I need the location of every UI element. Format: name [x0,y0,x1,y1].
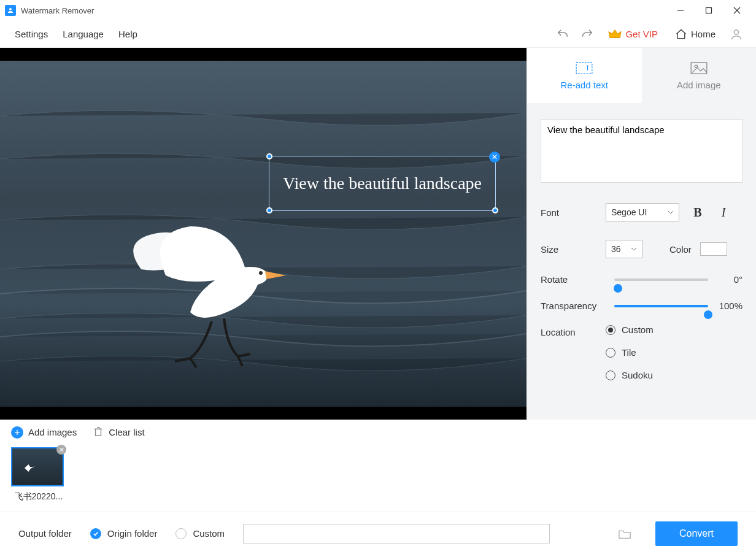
right-panel: T Re-add text Add image Font Segoe UI B … [526,48,756,420]
bird-image [104,202,288,386]
resize-handle-br[interactable] [492,207,498,213]
resize-handle-tl[interactable] [266,153,272,159]
italic-button[interactable]: I [716,206,731,220]
menu-bar: Settings Language Help Get VIP Home [0,21,756,48]
text-overlay-box[interactable]: ✕ View the beautiful landscape [269,156,496,211]
custom-folder-radio[interactable]: Custom [176,528,225,539]
image-icon [690,61,708,75]
get-vip-label: Get VIP [625,29,658,39]
folder-icon [618,528,631,540]
output-folder-label: Output folder [18,528,72,539]
browse-folder-button[interactable] [612,524,637,544]
svg-rect-11 [96,429,101,436]
svg-rect-9 [691,62,707,73]
size-label: Size [541,244,606,255]
tab-readd-text[interactable]: T Re-add text [527,48,642,103]
origin-folder-radio[interactable]: Origin folder [90,528,158,539]
svg-point-4 [734,29,738,34]
crown-icon [608,28,622,41]
overlay-close-button[interactable]: ✕ [489,152,500,163]
thumbnail-image[interactable]: ✕ [11,447,64,486]
svg-text:T: T [581,64,585,72]
font-label: Font [541,207,606,218]
image-canvas[interactable]: ✕ View the beautiful landscape [0,61,526,407]
tab-add-image[interactable]: Add image [642,48,757,103]
location-tile-radio[interactable]: Tile [606,347,654,358]
maximize-button[interactable] [695,1,723,20]
thumbnail-strip: + Add images Clear list ✕ 飞书20220... [0,420,756,512]
overlay-text: View the beautiful landscape [283,174,482,193]
thumbnail-item[interactable]: ✕ 飞书20220... [11,447,66,502]
canvas-area[interactable]: ✕ View the beautiful landscape [0,48,526,420]
home-label: Home [691,29,716,39]
transparency-slider[interactable] [614,305,708,307]
app-logo-icon [5,5,16,16]
svg-rect-7 [576,62,592,73]
location-label: Location [541,325,606,380]
output-path-input[interactable] [243,524,550,544]
minimize-button[interactable] [666,1,695,20]
rotate-slider[interactable] [614,278,708,281]
svg-rect-1 [706,8,712,13]
bottom-bar: Output folder Origin folder Custom Conve… [0,512,756,555]
plus-icon: + [11,426,23,439]
text-icon: T [575,61,593,75]
chevron-down-icon [631,244,637,254]
svg-point-6 [259,271,263,275]
menu-help[interactable]: Help [111,25,145,43]
radio-icon [176,528,187,539]
color-label: Color [669,244,700,255]
redo-button[interactable] [575,22,600,47]
title-bar: Watermark Remover [0,0,756,21]
bold-button[interactable]: B [690,206,705,220]
undo-button[interactable] [550,22,575,47]
thumbnail-remove-button[interactable]: ✕ [56,445,66,455]
color-picker[interactable] [700,242,727,256]
chevron-down-icon [668,207,674,217]
rotate-label: Rotate [541,274,614,285]
check-icon [90,528,101,539]
trash-icon [93,426,104,439]
menu-language[interactable]: Language [55,25,111,43]
font-select[interactable]: Segoe UI [606,203,679,221]
add-images-button[interactable]: + Add images [11,426,77,439]
clear-list-button[interactable]: Clear list [93,426,144,439]
watermark-text-input[interactable] [541,119,742,183]
convert-button[interactable]: Convert [655,521,738,546]
resize-handle-bl[interactable] [266,207,272,213]
app-title: Watermark Remover [21,6,94,15]
rotate-value: 0° [708,274,742,285]
user-icon [730,28,743,41]
home-button[interactable]: Home [666,28,724,40]
size-select[interactable]: 36 [606,240,642,258]
transparency-label: Transparency [541,301,614,311]
thumbnail-name: 飞书20220... [11,491,66,502]
user-button[interactable] [724,28,749,41]
location-custom-radio[interactable]: Custom [606,325,654,335]
close-button[interactable] [723,1,751,20]
menu-settings[interactable]: Settings [7,25,55,43]
get-vip-button[interactable]: Get VIP [600,28,666,41]
home-icon [675,28,687,40]
location-sudoku-radio[interactable]: Sudoku [606,370,654,380]
transparency-value: 100% [708,301,742,311]
